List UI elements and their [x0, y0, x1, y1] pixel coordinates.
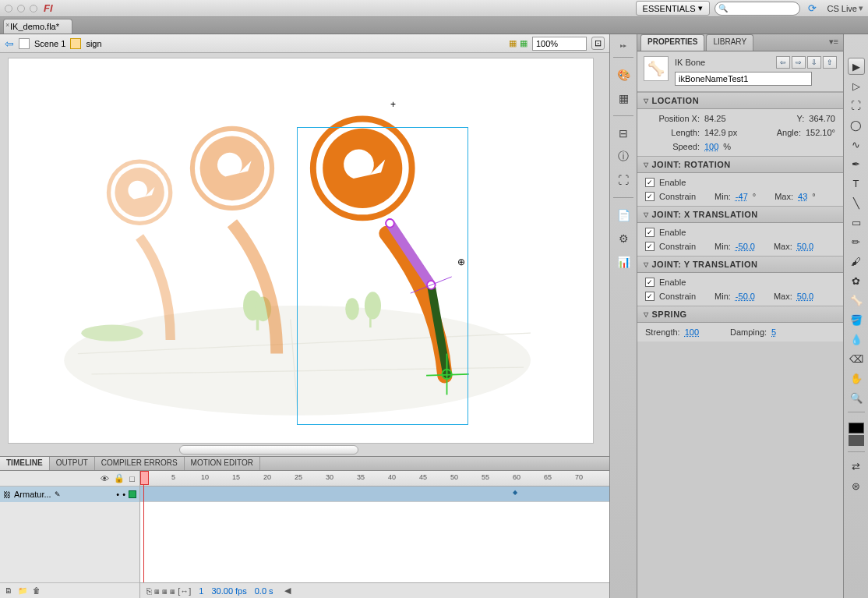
- swap-colors-icon[interactable]: ⇄: [848, 458, 865, 475]
- document-tab[interactable]: × IK_demo.fla*: [3, 19, 72, 34]
- next-sibling-icon[interactable]: ⇨: [792, 56, 806, 69]
- refresh-icon[interactable]: ⟳: [808, 2, 820, 15]
- xtrans-enable-checkbox[interactable]: ✓: [645, 228, 655, 237]
- brush-tool[interactable]: 🖌: [848, 253, 865, 270]
- zoom-select[interactable]: [532, 37, 587, 51]
- fill-color[interactable]: [849, 435, 864, 446]
- layer-row[interactable]: ⛓ Armatur... ✎ • •: [0, 487, 139, 502]
- motion-presets-icon[interactable]: 📊: [614, 253, 633, 271]
- line-tool[interactable]: ╲: [848, 194, 865, 211]
- stage-scrollbar[interactable]: [179, 445, 358, 455]
- section-spring[interactable]: ▽SPRING: [637, 306, 843, 323]
- rectangle-tool[interactable]: ▭: [848, 214, 865, 231]
- xtrans-constrain-checkbox[interactable]: ✓: [645, 242, 655, 251]
- tab-timeline[interactable]: TIMELINE: [0, 457, 50, 470]
- align-panel-icon[interactable]: ⊟: [614, 124, 633, 143]
- stroke-color[interactable]: [849, 423, 864, 433]
- bone-name-input[interactable]: [675, 72, 812, 86]
- rotation-constrain-checkbox[interactable]: ✓: [645, 192, 655, 201]
- pencil-tool[interactable]: ✏: [848, 233, 865, 250]
- info-panel-icon[interactable]: ⓘ: [614, 147, 633, 166]
- stage-fit-icon[interactable]: ⊡: [591, 37, 605, 50]
- hand-tool[interactable]: ✋: [848, 370, 865, 387]
- section-rotation[interactable]: ▽JOINT: ROTATION: [637, 156, 843, 173]
- frame-area[interactable]: 1 5 10 15 20 25 30 35 40 45 50 55 60 65: [140, 471, 609, 598]
- tab-library[interactable]: LIBRARY: [706, 34, 753, 51]
- rotation-min-value[interactable]: -47: [736, 192, 748, 201]
- section-y-translation[interactable]: ▽JOINT: Y TRANSLATION: [637, 256, 843, 273]
- playhead[interactable]: [143, 471, 144, 582]
- scene-label[interactable]: Scene 1: [34, 39, 65, 48]
- outline-icon[interactable]: □: [129, 474, 135, 483]
- eraser-tool[interactable]: ⌫: [848, 350, 865, 367]
- stage-area[interactable]: + ⊕: [0, 53, 609, 456]
- frame-ruler[interactable]: 1 5 10 15 20 25 30 35 40 45 50 55 60 65: [140, 471, 609, 487]
- deco-tool[interactable]: ✿: [848, 272, 865, 289]
- 3d-rotation-tool[interactable]: ◯: [848, 116, 865, 133]
- snap-icon[interactable]: ⊛: [848, 477, 865, 494]
- tab-properties[interactable]: PROPERTIES: [640, 34, 704, 51]
- current-frame[interactable]: 1: [199, 586, 203, 596]
- text-tool[interactable]: T: [848, 175, 865, 192]
- back-icon[interactable]: ⇦: [5, 37, 14, 50]
- bone-tool[interactable]: 🦴: [848, 292, 865, 309]
- speed-value[interactable]: 100: [704, 142, 718, 151]
- fps-value[interactable]: 30.00 fps: [211, 586, 246, 596]
- new-layer-button[interactable]: 🗎: [3, 585, 14, 596]
- dot-icon[interactable]: •: [122, 490, 125, 499]
- free-transform-tool[interactable]: ⛶: [848, 97, 865, 114]
- search-input[interactable]: 🔍: [715, 2, 800, 16]
- lasso-tool[interactable]: ∿: [848, 136, 865, 153]
- frame-track[interactable]: [140, 487, 609, 502]
- tab-motion-editor[interactable]: MOTION EDITOR: [185, 457, 260, 470]
- transform-panel-icon[interactable]: ⛶: [614, 171, 633, 189]
- zoom-window[interactable]: [30, 5, 37, 12]
- ytrans-min-value[interactable]: -50.0: [736, 292, 755, 301]
- delete-layer-button[interactable]: 🗑: [31, 585, 42, 596]
- onion-icons[interactable]: ⎘ ▦ ▦ ▦ [↔]: [146, 586, 191, 596]
- rotation-enable-checkbox[interactable]: ✓: [645, 178, 655, 187]
- scroll-left-icon[interactable]: ◀: [284, 586, 291, 596]
- swatches-panel-icon[interactable]: ▦: [614, 89, 633, 108]
- minimize-window[interactable]: [17, 5, 25, 12]
- code-snippets-icon[interactable]: 📄: [614, 206, 633, 225]
- workspace-switcher[interactable]: ESSENTIALS ▾: [636, 1, 711, 16]
- panel-menu-icon[interactable]: ▾≡: [824, 34, 843, 51]
- symbol-label[interactable]: sign: [86, 39, 101, 48]
- edit-symbol-icon[interactable]: ▦: [520, 38, 528, 48]
- dot-icon[interactable]: •: [116, 490, 119, 499]
- color-panel-icon[interactable]: 🎨: [614, 65, 633, 84]
- selection-tool[interactable]: ▶: [848, 58, 865, 75]
- tab-output[interactable]: OUTPUT: [50, 457, 95, 470]
- prev-sibling-icon[interactable]: ⇦: [776, 56, 790, 69]
- eye-icon[interactable]: 👁: [101, 474, 109, 483]
- layer-color[interactable]: [129, 490, 136, 498]
- edit-scene-icon[interactable]: ▦: [509, 38, 517, 48]
- components-icon[interactable]: ⚙: [614, 229, 633, 248]
- spring-damping-value[interactable]: 5: [771, 327, 776, 337]
- section-x-translation[interactable]: ▽JOINT: X TRANSLATION: [637, 206, 843, 223]
- paint-bucket-tool[interactable]: 🪣: [848, 311, 865, 328]
- cslive-button[interactable]: CS Live ▾: [827, 3, 863, 13]
- lock-icon[interactable]: 🔒: [114, 473, 125, 483]
- ytrans-enable-checkbox[interactable]: ✓: [645, 278, 655, 287]
- eyedropper-tool[interactable]: 💧: [848, 331, 865, 348]
- tab-compiler-errors[interactable]: COMPILER ERRORS: [95, 457, 185, 470]
- spring-strength-value[interactable]: 100: [685, 327, 699, 337]
- parent-icon[interactable]: ⇧: [823, 56, 837, 69]
- zoom-tool[interactable]: 🔍: [848, 389, 865, 406]
- close-window[interactable]: [5, 5, 12, 12]
- new-folder-button[interactable]: 📁: [17, 585, 28, 596]
- subselection-tool[interactable]: ▷: [848, 77, 865, 94]
- xtrans-max-value[interactable]: 50.0: [797, 242, 813, 251]
- close-icon[interactable]: ×: [5, 21, 13, 29]
- ytrans-max-value[interactable]: 50.0: [797, 292, 813, 301]
- child-icon[interactable]: ⇩: [807, 56, 821, 69]
- rotation-max-value[interactable]: 43: [798, 192, 807, 201]
- xtrans-min-value[interactable]: -50.0: [736, 242, 755, 251]
- window-controls[interactable]: [5, 5, 37, 12]
- stage-canvas[interactable]: + ⊕: [8, 58, 594, 444]
- section-location[interactable]: ▽LOCATION: [637, 92, 843, 109]
- pen-tool[interactable]: ✒: [848, 155, 865, 172]
- ytrans-constrain-checkbox[interactable]: ✓: [645, 292, 655, 301]
